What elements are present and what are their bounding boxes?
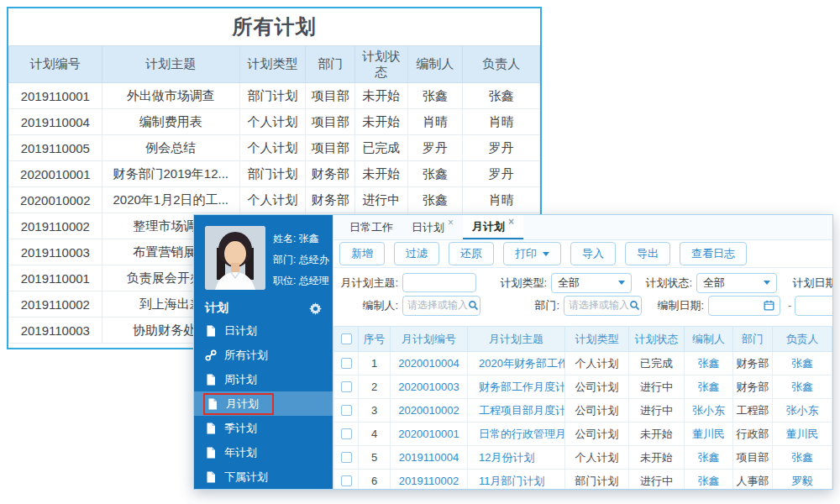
file-icon — [205, 374, 217, 386]
dept-label: 部门: — [273, 254, 296, 265]
cell-type: 公司计划 — [565, 375, 629, 399]
filter-row-1: 月计划主题: 计划类型: 全部 计划状态: 全部 计划日期: — [338, 271, 828, 294]
file-icon — [207, 398, 218, 410]
owner-link[interactable]: 罗毅 — [773, 470, 832, 490]
status-filter-label: 计划状态: — [643, 276, 692, 291]
creator-link[interactable]: 张鑫 — [685, 375, 733, 399]
add-button[interactable]: 新增 — [339, 242, 385, 265]
plan-id-link[interactable]: 2020010003 — [391, 375, 468, 399]
sidebar-item-weekly-plan[interactable]: 周计划 — [194, 367, 333, 391]
col-plan-topic: 计划主题 — [102, 46, 239, 83]
row-checkbox[interactable] — [341, 358, 352, 369]
plan-id-link[interactable]: 2019110002 — [391, 470, 468, 490]
creator-search[interactable]: 请选择或输入 — [402, 296, 480, 316]
topic-filter-label: 月计划主题: — [338, 276, 398, 291]
sidebar-item-yearly-plan[interactable]: 年计划 — [194, 440, 333, 465]
tab-monthly-plan[interactable]: 月计划 × — [463, 215, 523, 239]
tab-label: 日计划 — [412, 220, 444, 235]
filter-row-2: 编制人: 请选择或输入 部门: 请选择或输入 编制日期: - — [338, 294, 828, 317]
row-checkbox[interactable] — [341, 428, 352, 439]
topic-input[interactable] — [402, 273, 476, 292]
import-button[interactable]: 导入 — [570, 242, 616, 265]
gear-icon[interactable] — [309, 302, 322, 315]
print-button[interactable]: 打印 — [503, 242, 561, 265]
profile-name: 姓名: 张鑫 — [273, 228, 329, 249]
owner-link[interactable]: 张鑫 — [773, 375, 832, 399]
owner-link[interactable]: 张小东 — [773, 399, 832, 423]
cell: 2019110005 — [9, 135, 102, 161]
row-checkbox[interactable] — [341, 475, 352, 486]
plan-id-link[interactable]: 2020010001 — [391, 423, 468, 446]
table-row: 2019110001 外出做市场调查 部门计划 项目部 未开始 张鑫 张鑫 — [9, 83, 540, 109]
creator-link[interactable]: 张鑫 — [685, 352, 733, 375]
cell: 外出做市场调查 — [102, 83, 239, 109]
cell: 肖晴 — [463, 187, 540, 213]
creator-link[interactable]: 张小东 — [685, 399, 733, 423]
button-label: 新增 — [351, 246, 373, 261]
cell-checkbox — [334, 375, 359, 399]
date-range-separator: - — [788, 299, 791, 312]
sidebar-item-subordinate-plan[interactable]: 下属计划 — [194, 465, 333, 489]
filter-button[interactable]: 过滤 — [394, 242, 439, 265]
section-title: 计划 — [205, 301, 228, 316]
reset-button[interactable]: 还原 — [449, 242, 494, 265]
creator-link[interactable]: 董川民 — [685, 423, 733, 446]
plan-topic-link[interactable]: 工程项目部月度计划 — [468, 399, 565, 423]
cell: 2019110003 — [9, 318, 102, 344]
file-icon — [205, 423, 217, 434]
plan-id-link[interactable]: 2019110004 — [391, 446, 468, 470]
tab-daily-work[interactable]: 日常工作 — [340, 215, 402, 239]
button-label: 导入 — [582, 246, 604, 261]
sidebar-item-daily-plan[interactable]: 日计划 — [194, 318, 333, 343]
plan-topic-link[interactable]: 日常的行政管理月计划 — [468, 423, 565, 446]
cell: 财务部门2019年12... — [102, 161, 239, 187]
tab-label: 月计划 — [472, 219, 505, 234]
owner-link[interactable]: 张鑫 — [773, 352, 832, 375]
calendar-icon — [764, 300, 774, 311]
create-date-to-input[interactable] — [795, 296, 833, 316]
view-log-button[interactable]: 查看日志 — [680, 242, 747, 265]
plan-topic-link[interactable]: 财务部工作月度计划 — [468, 375, 565, 399]
plan-id-link[interactable]: 2020010002 — [391, 399, 468, 423]
sidebar-item-quarterly-plan[interactable]: 季计划 — [194, 416, 333, 440]
owner-link[interactable]: 董川民 — [773, 423, 832, 446]
creator-link[interactable]: 张鑫 — [685, 446, 733, 470]
owner-link[interactable]: 张鑫 — [773, 446, 832, 470]
create-date-from-input[interactable] — [708, 296, 780, 316]
col-creator: 编制人 — [685, 327, 733, 352]
row-checkbox[interactable] — [341, 381, 352, 392]
row-checkbox[interactable] — [341, 405, 352, 416]
plan-id-link[interactable]: 2020010004 — [391, 352, 468, 375]
cell: 例会总结 — [102, 135, 239, 161]
dept-search[interactable]: 请选择或输入 — [564, 296, 642, 316]
sidebar-item-monthly-plan[interactable]: 月计划 — [194, 391, 333, 416]
tab-daily-plan[interactable]: 日计划 × — [402, 215, 463, 239]
cell: 2020010002 — [9, 187, 102, 213]
row-checkbox[interactable] — [341, 452, 352, 463]
cell-checkbox — [334, 399, 359, 423]
tab-label: 日常工作 — [349, 220, 393, 235]
cell: 肖晴 — [407, 109, 463, 135]
cell: 进行中 — [355, 187, 408, 213]
col-plan-type: 计划类型 — [565, 327, 629, 352]
export-button[interactable]: 导出 — [625, 242, 670, 265]
close-icon[interactable]: × — [448, 218, 454, 228]
cell-dept: 人事部 — [733, 470, 773, 490]
plan-topic-link[interactable]: 11月部门计划 — [468, 470, 565, 490]
file-icon — [205, 325, 217, 337]
sidebar-item-all-plans[interactable]: 所有计划 — [194, 343, 333, 367]
type-select[interactable]: 全部 — [551, 273, 632, 293]
grid-row: 2 2020010003 财务部工作月度计划 公司计划 进行中 张鑫 财务部 张… — [334, 375, 832, 399]
plan-topic-link[interactable]: 12月份计划 — [468, 446, 565, 470]
select-all-checkbox[interactable] — [341, 333, 352, 344]
status-select[interactable]: 全部 — [696, 273, 777, 293]
creator-link[interactable]: 张鑫 — [685, 470, 733, 490]
plan-topic-link[interactable]: 2020年财务部工作月... — [468, 352, 565, 375]
grid-container: 序号 月计划编号 月计划主题 计划类型 计划状态 编制人 部门 负责人 — [333, 321, 832, 489]
create-date-filter-label: 编制日期: — [650, 298, 704, 313]
cell-type: 公司计划 — [565, 399, 629, 423]
title-value: 总经理 — [299, 275, 329, 286]
cell: 2019110001 — [9, 83, 102, 109]
cell: 2019110003 — [9, 239, 102, 265]
close-icon[interactable]: × — [508, 217, 514, 227]
